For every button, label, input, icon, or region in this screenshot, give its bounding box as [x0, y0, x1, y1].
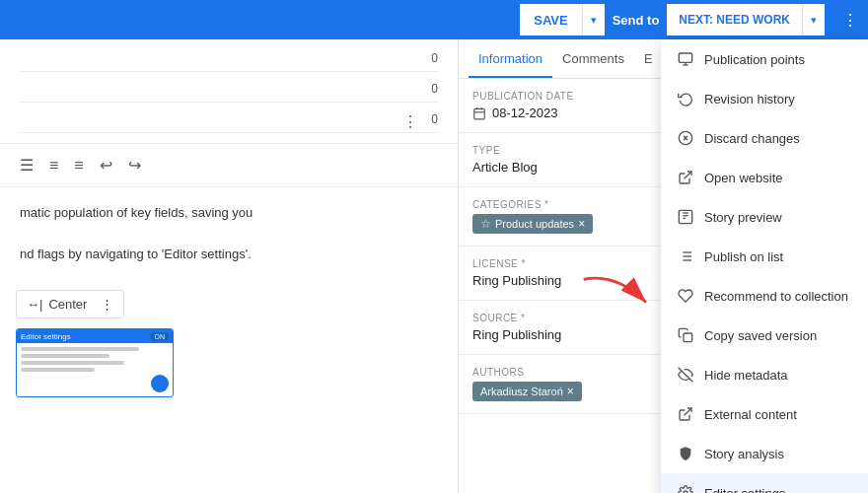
toolbar-undo-button[interactable]: ↩	[96, 152, 116, 178]
save-button[interactable]: SAVE	[520, 4, 581, 35]
source-section: SOURCE * Ring Publishing	[459, 301, 670, 355]
svg-rect-0	[474, 108, 485, 119]
score-value-2: 0	[431, 82, 438, 96]
recommend-to-collection-icon	[677, 287, 694, 305]
next-button[interactable]: NEXT: NEED WORK	[667, 4, 802, 35]
svg-rect-21	[684, 333, 692, 342]
tag-label: Product updates	[495, 218, 574, 230]
menu-label-open-website: Open website	[704, 171, 783, 185]
category-tag: ☆ Product updates ×	[472, 214, 593, 234]
tag-close-icon[interactable]: ×	[578, 217, 585, 231]
editor-text-line1: matic population of key fields, saving y…	[20, 203, 438, 224]
center-align-row[interactable]: ↔| Center ⋮	[16, 290, 124, 318]
toolbar-ol-button[interactable]: ≡	[70, 153, 87, 178]
menu-label-story-analysis: Story analysis	[704, 447, 784, 461]
menu-item-story-analysis[interactable]: Story analysis	[661, 434, 868, 473]
author-tag-label: Arkadiusz Staroń	[480, 386, 563, 397]
mini-preview-icon	[151, 375, 169, 392]
tabs-row: Information Comments E	[459, 39, 670, 79]
dots-icon[interactable]: ⋮	[402, 112, 418, 131]
source-label: SOURCE *	[472, 313, 656, 323]
type-section: TYPE Article Blog	[459, 133, 670, 187]
tag-star-icon: ☆	[480, 217, 491, 231]
categories-section: CATEGORIES * ☆ Product updates ×	[459, 187, 670, 246]
tab-comments[interactable]: Comments	[552, 39, 634, 78]
tab-information[interactable]: Information	[469, 39, 552, 78]
toolbar-redo-button[interactable]: ↪	[124, 152, 145, 178]
menu-label-revision-history: Revision history	[704, 92, 795, 106]
categories-label: CATEGORIES *	[472, 199, 656, 210]
discard-changes-icon	[677, 129, 694, 147]
svg-line-23	[685, 408, 691, 415]
license-value: Ring Publishing	[472, 273, 656, 288]
menu-label-publish-on-list: Publish on list	[704, 249, 783, 264]
next-arrow-button[interactable]: ▾	[802, 4, 825, 35]
license-label: LICENSE *	[472, 258, 656, 269]
author-tag-close-icon[interactable]: ×	[567, 385, 574, 398]
svg-line-10	[685, 172, 691, 178]
menu-item-publish-on-list[interactable]: Publish on list	[661, 237, 868, 276]
publish-on-list-icon	[677, 247, 694, 265]
copy-saved-version-icon	[677, 326, 694, 344]
score-row-3: 0	[20, 112, 438, 133]
score-bars: 0 0 ⋮ 0	[0, 39, 458, 133]
menu-item-recommend-to-collection[interactable]: Recommend to collection	[661, 276, 868, 316]
mini-line-3	[21, 361, 124, 365]
mini-preview-bar: Editor settings ON	[17, 329, 173, 343]
next-button-group: NEXT: NEED WORK ▾	[667, 4, 825, 35]
calendar-icon	[472, 106, 486, 120]
mini-preview-title: Editor settings	[21, 332, 71, 341]
save-arrow-button[interactable]: ▾	[582, 4, 605, 35]
center-label: Center	[48, 297, 87, 312]
shield-check-svg	[678, 446, 693, 461]
authors-label: AUTHORS	[472, 367, 656, 378]
mini-preview-content	[17, 343, 173, 396]
save-button-group: SAVE ▾	[520, 4, 604, 35]
score-row-2: 0	[20, 82, 438, 103]
editor-text-area: matic population of key fields, saving y…	[0, 187, 458, 280]
editor-settings-icon	[677, 484, 694, 493]
menu-item-open-website[interactable]: Open website	[661, 158, 868, 197]
menu-item-discard-changes[interactable]: Discard changes	[661, 118, 868, 158]
menu-label-recommend-to-collection: Recommend to collection	[704, 289, 848, 304]
right-panel: Information Comments E PUBLICATION DATE …	[459, 39, 671, 493]
menu-item-hide-metadata[interactable]: Hide metadata	[661, 355, 868, 394]
revision-history-icon	[677, 90, 694, 107]
type-label: TYPE	[472, 145, 656, 156]
svg-rect-11	[679, 210, 691, 223]
license-section: LICENSE * Ring Publishing	[459, 246, 670, 301]
toolbar-ul-button[interactable]: ≡	[45, 153, 62, 178]
more-menu-button[interactable]: ⋮	[832, 4, 868, 35]
author-tag: Arkadiusz Staroń ×	[472, 382, 582, 401]
publication-date-value: 08-12-2023	[472, 106, 656, 120]
menu-item-revision-history[interactable]: Revision history	[661, 79, 868, 118]
source-value: Ring Publishing	[472, 327, 656, 342]
editor-text-line2: nd flags by navigating to 'Editor settin…	[20, 245, 438, 265]
menu-label-external-content: External content	[704, 407, 797, 422]
authors-section: AUTHORS Arkadiusz Staroń ×	[459, 355, 670, 414]
menu-item-external-content[interactable]: External content	[661, 394, 868, 434]
menu-item-publication-points[interactable]: Publication points	[661, 39, 868, 79]
menu-item-copy-saved-version[interactable]: Copy saved version	[661, 316, 868, 355]
mini-line-4	[21, 368, 95, 372]
menu-item-story-preview[interactable]: Story preview	[661, 197, 868, 237]
mini-preview-badge: ON	[151, 332, 170, 341]
tab-e[interactable]: E	[634, 39, 663, 78]
authors-value: Arkadiusz Staroń ×	[472, 382, 656, 401]
publication-date-text: 08-12-2023	[492, 106, 558, 120]
menu-label-editor-settings: Editor settings	[704, 486, 785, 494]
toolbar-hamburger-button[interactable]: ☰	[16, 152, 37, 178]
send-to-label: Send to	[613, 13, 660, 28]
score-value-1: 0	[431, 51, 438, 65]
open-website-icon	[677, 169, 694, 186]
menu-label-copy-saved-version: Copy saved version	[704, 328, 817, 343]
menu-label-hide-metadata: Hide metadata	[704, 368, 788, 383]
menu-item-editor-settings[interactable]: Editor settings	[661, 473, 868, 493]
center-more-icon: ⋮	[101, 297, 113, 312]
mini-line-2	[21, 354, 109, 358]
mini-preview: Editor settings ON	[16, 328, 174, 397]
score-value-3: 0	[431, 112, 438, 126]
svg-rect-4	[679, 53, 691, 62]
menu-label-discard-changes: Discard changes	[704, 131, 800, 146]
center-icon: ↔|	[27, 297, 42, 312]
